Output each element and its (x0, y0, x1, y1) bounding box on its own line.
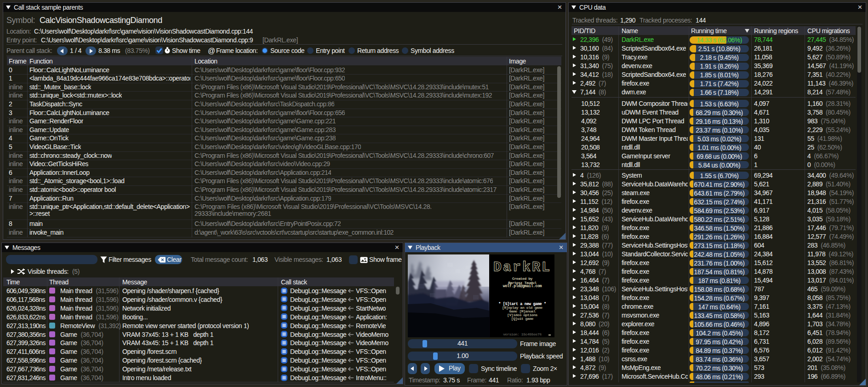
svg-text:version: 15c455ee76: version: 15c455ee76 (503, 332, 542, 336)
svg-text:wolf.pld@gmail.com: wolf.pld@gmail.com (503, 284, 542, 289)
svg-text:DarkRL: DarkRL (493, 260, 551, 275)
svg-text:[Q]uit game: [Q]uit game (511, 317, 534, 321)
svg-text:Created by: Created by (512, 277, 533, 281)
